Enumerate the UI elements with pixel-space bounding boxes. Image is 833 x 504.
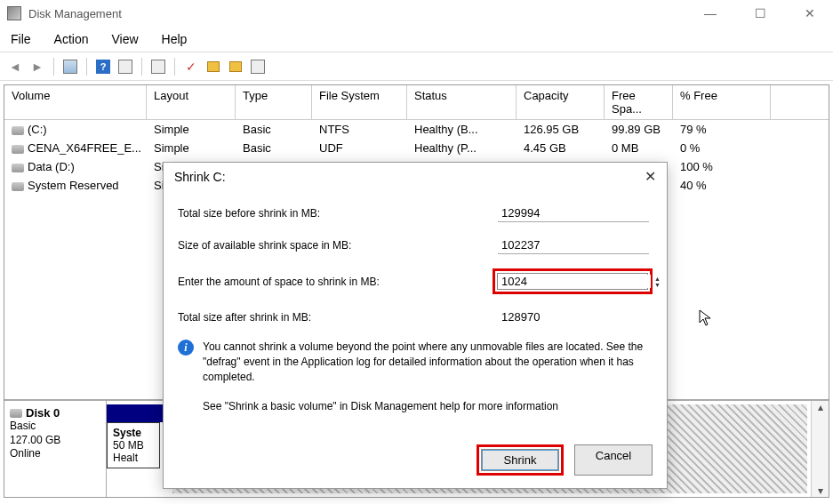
toolbar-btn-help[interactable]: ?: [93, 57, 113, 76]
partition-system[interactable]: Syste 50 MB Healt: [107, 422, 160, 468]
cell-volume: System Reserved: [28, 179, 119, 192]
disc-icon: [12, 145, 24, 154]
toolbar-btn-folder2[interactable]: [226, 57, 245, 76]
toolbar-separator: [86, 58, 87, 76]
cell-volume: (C:): [28, 123, 47, 136]
table-row[interactable]: CENA_X64FREE_E... Simple Basic UDF Healt…: [4, 139, 829, 157]
partition-status: Healt: [113, 452, 154, 464]
disk-icon: [10, 409, 22, 418]
dialog-close-button[interactable]: ✕: [641, 168, 660, 185]
cell-volume: Data (D:): [28, 160, 75, 173]
toolbar-btn-generic[interactable]: [116, 57, 135, 76]
toolbar-btn-check[interactable]: ✓: [181, 57, 201, 76]
disk-state: Online: [10, 447, 100, 461]
vertical-scrollbar[interactable]: ▴ ▾: [811, 401, 829, 497]
toolbar-btn-drive[interactable]: [148, 57, 168, 76]
disk-icon: [12, 164, 24, 172]
dialog-title: Shrink C:: [174, 170, 641, 184]
cell-free: 99.89 GB: [605, 121, 673, 138]
toolbar: ? ✓: [0, 52, 833, 81]
disk-map-info: Disk 0 Basic 127.00 GB Online: [4, 401, 107, 497]
shrink-amount-input[interactable]: [501, 275, 651, 288]
disk-icon: [12, 182, 24, 191]
cancel-button[interactable]: Cancel: [574, 444, 653, 476]
col-volume[interactable]: Volume: [4, 85, 147, 119]
info-text: You cannot shrink a volume beyond the po…: [203, 340, 653, 384]
shrink-button[interactable]: Shrink: [481, 449, 559, 471]
window-title: Disk Management: [28, 7, 694, 20]
partition-size: 50 MB: [113, 439, 154, 452]
disk-type: Basic: [10, 420, 100, 434]
value-available: 102237: [498, 236, 649, 254]
cell-layout: Simple: [147, 140, 236, 156]
spinner[interactable]: ▲▼: [654, 276, 661, 288]
label-total-before: Total size before shrink in MB:: [178, 207, 498, 220]
menu-view[interactable]: View: [108, 30, 141, 48]
cell-pct: 0 %: [673, 140, 771, 156]
menubar: File Action View Help: [0, 27, 833, 52]
toolbar-btn-list[interactable]: [248, 57, 268, 76]
spinner-down-icon[interactable]: ▼: [654, 282, 661, 288]
cell-fs: UDF: [312, 140, 407, 156]
shrink-amount-input-wrap: ▲▼: [497, 273, 648, 290]
forward-button[interactable]: [28, 57, 47, 76]
toolbar-btn-folder[interactable]: [204, 57, 223, 76]
volume-table-header: Volume Layout Type File System Status Ca…: [4, 85, 829, 120]
titlebar: Disk Management — ☐ ✕: [0, 0, 833, 27]
col-status[interactable]: Status: [407, 85, 517, 119]
col-capacity[interactable]: Capacity: [517, 85, 605, 119]
menu-help[interactable]: Help: [158, 30, 191, 48]
disk-icon: [12, 126, 24, 135]
scroll-up-icon[interactable]: ▴: [812, 401, 829, 413]
cell-volume: CENA_X64FREE_E...: [28, 141, 141, 155]
toolbar-separator: [141, 58, 142, 76]
label-total-after: Total size after shrink in MB:: [178, 311, 498, 324]
value-total-before: 129994: [498, 204, 649, 222]
close-button[interactable]: ✕: [794, 2, 826, 25]
cell-status: Healthy (B...: [407, 121, 517, 138]
cell-fs: NTFS: [312, 121, 407, 138]
shrink-dialog: Shrink C: ✕ Total size before shrink in …: [163, 162, 668, 489]
col-free[interactable]: Free Spa...: [605, 85, 673, 119]
table-row[interactable]: (C:) Simple Basic NTFS Healthy (B... 126…: [4, 120, 829, 139]
cell-capacity: 126.95 GB: [517, 121, 605, 138]
cell-type: Basic: [236, 140, 312, 156]
partition-header-bar: [107, 404, 169, 422]
scroll-down-icon[interactable]: ▾: [812, 484, 829, 497]
cell-pct: 40 %: [673, 177, 771, 194]
toolbar-separator: [174, 58, 175, 76]
cell-status: Healthy (P...: [407, 140, 517, 156]
help-text: See "Shrink a basic volume" in Disk Mana…: [203, 400, 653, 412]
col-layout[interactable]: Layout: [147, 85, 236, 119]
menu-action[interactable]: Action: [51, 30, 92, 48]
cell-capacity: 4.45 GB: [517, 140, 605, 156]
label-amount: Enter the amount of space to shrink in M…: [178, 276, 493, 288]
toolbar-separator: [53, 58, 54, 76]
value-total-after: 128970: [498, 308, 649, 325]
info-icon: i: [178, 340, 194, 356]
maximize-button[interactable]: ☐: [744, 2, 776, 25]
col-pctfree[interactable]: % Free: [673, 85, 771, 119]
partition-name: Syste: [113, 427, 154, 439]
label-available: Size of available shrink space in MB:: [178, 239, 498, 252]
menu-file[interactable]: File: [7, 30, 35, 48]
app-icon: [7, 6, 21, 20]
cell-free: 0 MB: [605, 140, 673, 156]
cell-layout: Simple: [147, 121, 236, 138]
disk-size: 127.00 GB: [10, 434, 100, 448]
toolbar-btn-view[interactable]: [60, 57, 80, 76]
disk-title: Disk 0: [26, 406, 60, 420]
back-button[interactable]: [5, 57, 25, 76]
col-filesystem[interactable]: File System: [312, 85, 407, 119]
minimize-button[interactable]: —: [694, 2, 726, 25]
col-type[interactable]: Type: [236, 85, 312, 119]
cell-pct: 100 %: [673, 158, 771, 175]
cell-type: Basic: [236, 121, 312, 138]
spinner-up-icon[interactable]: ▲: [654, 276, 661, 282]
cell-pct: 79 %: [673, 121, 771, 138]
